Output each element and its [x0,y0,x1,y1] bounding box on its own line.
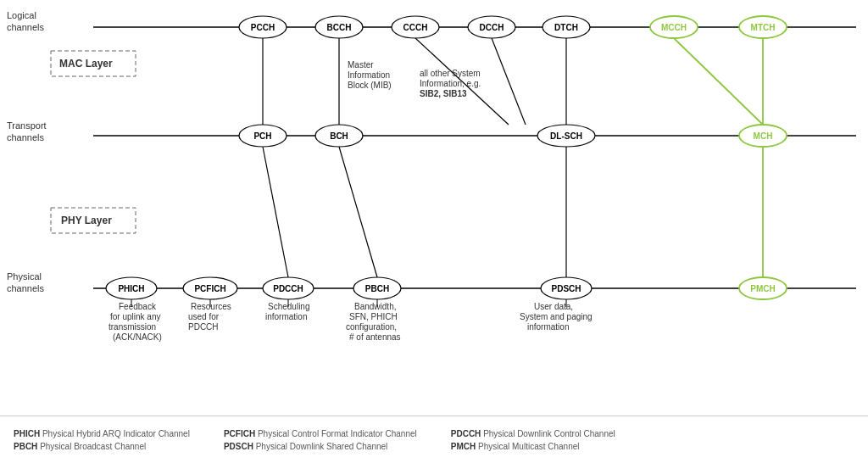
pbch-label: PBCH [365,284,389,293]
svg-text:information: information [265,312,307,321]
svg-line-30 [674,38,763,125]
main-svg: Logical channels Transport channels Phys… [0,0,868,416]
pdsch-desc: User data, [534,302,573,311]
svg-line-27 [492,38,526,125]
svg-text:System and paging: System and paging [520,312,593,321]
logical-channels-label: Logical [7,10,36,20]
pdcch-label: PDCCH [273,284,303,293]
mib-annotation: Master [348,60,374,70]
sib-annotation: all other System [420,69,481,78]
svg-text:SFN, PHICH: SFN, PHICH [349,312,398,321]
pmch-label: PMCH [750,284,775,293]
dlsch-label: DL-SCH [550,131,582,141]
footer-col-3: PDCCH Physical Downlink Control Channel … [451,429,615,451]
svg-text:channels: channels [7,283,45,293]
pcch-label: PCCH [251,23,275,32]
pbch-desc: Bandwidth, [354,302,396,311]
bcch-label: BCCH [327,23,352,32]
dtch-label: DTCH [554,23,578,32]
svg-text:Information, e.g.: Information, e.g. [420,79,481,88]
pch-label: PCH [253,131,271,141]
phy-layer-label: PHY Layer [61,215,112,226]
svg-text:SIB2, SIB13: SIB2, SIB13 [420,89,467,98]
footer-col-2: PCFICH Physical Control Format Indicator… [224,429,417,451]
dcch-label: DCCH [480,23,504,32]
svg-text:channels: channels [7,22,45,32]
footer-col-1: PHICH Physical Hybrid ARQ Indicator Chan… [14,429,190,451]
mch-label: MCH [754,131,773,141]
footer-pcfich: PCFICH Physical Control Format Indicator… [224,429,417,438]
svg-line-37 [263,147,288,277]
svg-text:PDCCH: PDCCH [188,322,219,332]
pcfich-label: PCFICH [194,284,225,293]
pdsch-label: PDSCH [551,284,581,293]
svg-text:transmission: transmission [108,322,156,332]
svg-text:used for: used for [188,312,220,321]
footer-pmch: PMCH Physical Multicast Channel [451,442,615,451]
mtch-label: MTCH [751,23,776,32]
footer-pdcch: PDCCH Physical Downlink Control Channel [451,429,615,438]
svg-text:channels: channels [7,132,45,142]
mac-layer-label: MAC Layer [59,58,113,70]
svg-text:configuration,: configuration, [346,322,397,332]
diagram: Logical channels Transport channels Phys… [0,0,868,416]
footer-pdsch: PDSCH Physical Downlink Shared Channel [224,442,417,451]
svg-line-36 [339,147,377,277]
footer-phich: PHICH Physical Hybrid ARQ Indicator Chan… [14,429,190,438]
pcfich-desc: Resources [191,302,231,311]
bch-label: BCH [330,131,348,141]
phich-label: PHICH [118,284,144,293]
mcch-label: MCCH [661,23,687,32]
svg-text:information: information [527,322,569,332]
footer-pbch: PBCH Physical Broadcast Channel [14,442,190,451]
ccch-label: CCCH [403,23,428,32]
footer: PHICH Physical Hybrid ARQ Indicator Chan… [0,416,868,463]
svg-text:(ACK/NACK): (ACK/NACK) [113,332,162,342]
svg-text:Information: Information [348,70,390,80]
svg-text:# of antennas: # of antennas [349,332,401,342]
svg-text:for uplink any: for uplink any [110,312,160,321]
physical-channels-label: Physical [7,271,42,282]
pdcch-desc: Scheduling [268,302,309,311]
phich-desc: Feedback [119,302,157,311]
svg-text:Block (MIB): Block (MIB) [348,81,392,90]
transport-channels-label: Transport [7,120,47,131]
